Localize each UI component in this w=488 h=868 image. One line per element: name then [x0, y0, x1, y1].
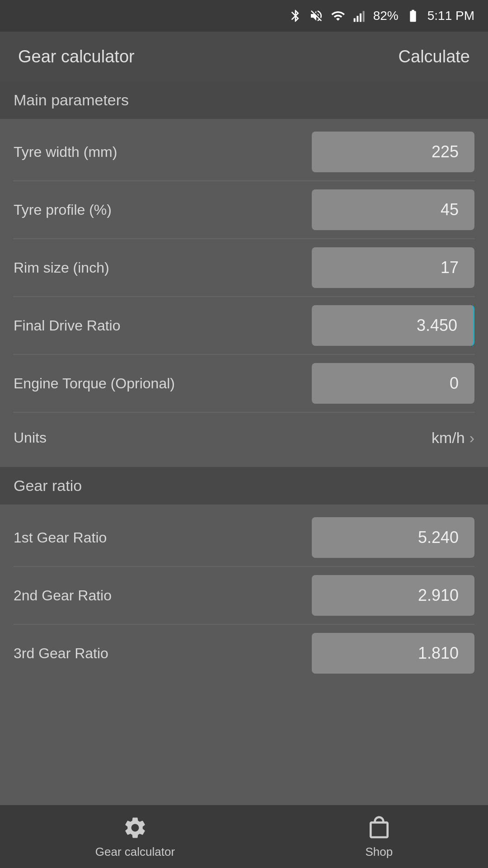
status-icons: 82% 5:11 PM: [288, 9, 474, 23]
mute-icon: [309, 9, 324, 23]
main-params-header: Main parameters: [0, 81, 488, 119]
tyre-width-input[interactable]: [312, 132, 474, 172]
chevron-right-icon: ›: [469, 429, 474, 447]
nav-gear-calculator-label: Gear calculator: [95, 845, 175, 859]
bluetooth-icon: [288, 9, 303, 23]
nav-gear-calculator[interactable]: Gear calculator: [95, 814, 175, 859]
final-drive-ratio-input[interactable]: [312, 305, 474, 346]
tyre-profile-input[interactable]: [312, 189, 474, 230]
nav-shop[interactable]: Shop: [366, 814, 393, 859]
tyre-profile-label: Tyre profile (%): [14, 202, 112, 218]
app-title: Gear calculator: [18, 47, 135, 66]
main-params-section: Tyre width (mm) Tyre profile (%) Rim siz…: [0, 119, 488, 467]
rim-size-label: Rim size (inch): [14, 259, 109, 276]
rim-size-row: Rim size (inch): [0, 239, 488, 296]
shop-icon: [366, 814, 393, 841]
engine-torque-input[interactable]: [312, 363, 474, 404]
final-drive-ratio-row: Final Drive Ratio: [0, 297, 488, 354]
units-value-container: km/h ›: [432, 429, 474, 447]
gear-3-row: 3rd Gear Ratio: [0, 625, 488, 682]
gear-2-label: 2nd Gear Ratio: [14, 587, 112, 604]
engine-torque-label: Engine Torque (Oprional): [14, 375, 175, 392]
gear-icon-svg: [122, 815, 148, 840]
main-params-title: Main parameters: [14, 91, 129, 108]
bottom-navigation: Gear calculator Shop: [0, 805, 488, 868]
svg-rect-3: [362, 11, 364, 22]
gear-2-row: 2nd Gear Ratio: [0, 567, 488, 624]
gear-1-input[interactable]: [312, 517, 474, 558]
battery-percentage: 82%: [373, 9, 399, 23]
time: 5:11 PM: [427, 9, 474, 23]
units-value-text: km/h: [432, 429, 465, 447]
app-bar: Gear calculator Calculate: [0, 32, 488, 81]
battery-icon: [405, 9, 421, 23]
gear-ratio-section: 1st Gear Ratio 2nd Gear Ratio 3rd Gear R…: [0, 505, 488, 686]
gear-calculator-icon: [122, 814, 149, 841]
gear-1-label: 1st Gear Ratio: [14, 529, 107, 546]
gear-ratio-header: Gear ratio: [0, 467, 488, 505]
units-label: Units: [14, 429, 47, 446]
signal-icon: [352, 9, 367, 23]
wifi-icon: [330, 9, 346, 23]
units-row[interactable]: Units km/h ›: [0, 413, 488, 462]
engine-torque-row: Engine Torque (Oprional): [0, 355, 488, 412]
gear-2-input[interactable]: [312, 575, 474, 616]
svg-rect-1: [357, 16, 358, 22]
nav-shop-label: Shop: [366, 845, 393, 859]
main-content: Main parameters Tyre width (mm) Tyre pro…: [0, 81, 488, 750]
tyre-width-row: Tyre width (mm): [0, 123, 488, 180]
shop-icon-svg: [366, 815, 392, 840]
gear-3-label: 3rd Gear Ratio: [14, 645, 108, 662]
svg-rect-0: [353, 18, 355, 22]
tyre-profile-row: Tyre profile (%): [0, 181, 488, 238]
final-drive-ratio-label: Final Drive Ratio: [14, 317, 121, 334]
gear-3-input[interactable]: [312, 633, 474, 674]
tyre-width-label: Tyre width (mm): [14, 144, 117, 160]
status-bar: 82% 5:11 PM: [0, 0, 488, 32]
gear-ratio-title: Gear ratio: [14, 477, 82, 494]
calculate-button[interactable]: Calculate: [399, 47, 470, 66]
svg-rect-2: [360, 14, 361, 22]
gear-1-row: 1st Gear Ratio: [0, 509, 488, 566]
rim-size-input[interactable]: [312, 247, 474, 288]
